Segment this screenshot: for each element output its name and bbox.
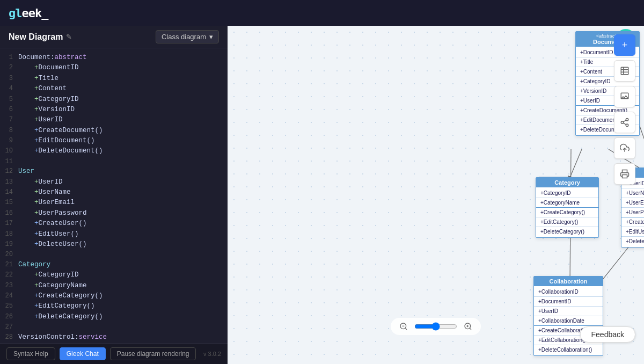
code-line: 1 Document:abstract (0, 53, 228, 63)
code-line: 22 +CategoryID (0, 270, 228, 280)
editor-footer: Syntax Help Gleek Chat Pause diagram ren… (0, 343, 228, 364)
svg-point-16 (621, 121, 624, 124)
svg-rect-21 (623, 175, 627, 178)
code-line: 21 Category (0, 260, 228, 270)
editor-topbar: New Diagram ✎ Class diagram ▾ (0, 26, 228, 48)
code-line: 26 +DeleteCategory() (0, 312, 228, 322)
code-line: 10 +DeleteDocument() (0, 146, 228, 156)
share-icon[interactable] (614, 112, 635, 133)
gleek-chat-button[interactable]: Gleek Chat (60, 347, 106, 360)
code-line: 2 +DocumentID (0, 63, 228, 73)
code-line: 16 +UserPassword (0, 208, 228, 219)
image-export-icon[interactable] (614, 86, 635, 107)
zoom-slider[interactable] (414, 322, 457, 331)
syntax-help-button[interactable]: Syntax Help (6, 347, 55, 360)
code-editor[interactable]: 1 Document:abstract 2 +DocumentID 3 +Tit… (0, 48, 228, 343)
svg-line-26 (470, 328, 471, 330)
feedback-button[interactable]: Feedback (580, 326, 635, 343)
diagram-panel: t (228, 26, 644, 364)
code-line: 28 VersionControl:service (0, 332, 228, 343)
editor-panel: New Diagram ✎ Class diagram ▾ 1 Document… (0, 26, 228, 364)
code-line: 15 +UserEmail (0, 198, 228, 208)
svg-line-19 (623, 120, 626, 122)
code-line: 5 +CategoryID (0, 94, 228, 105)
svg-rect-10 (621, 67, 628, 75)
code-line: 11 (0, 157, 228, 167)
diagram-title: New Diagram (9, 32, 63, 42)
code-line: 7 +UserID (0, 115, 228, 125)
code-line: 9 +EditDocument() (0, 136, 228, 146)
zoom-out-button[interactable] (397, 320, 410, 333)
version-text: v 3.0.2 (203, 351, 221, 357)
svg-line-18 (623, 123, 626, 125)
chevron-down-icon: ▾ (209, 33, 213, 41)
code-line: 4 +Content (0, 84, 228, 94)
code-line: 17 +CreateUser() (0, 219, 228, 229)
svg-line-0 (569, 149, 582, 179)
code-line: 23 +CategoryName (0, 281, 228, 291)
uml-node-category[interactable]: Category +CategoryID +CategoryName +Crea… (536, 177, 599, 238)
code-line: 6 +VersionID (0, 105, 228, 115)
code-line: 19 +DeleteUser() (0, 239, 228, 250)
app-logo: gleek_ (9, 6, 48, 20)
code-line: 27 (0, 322, 228, 332)
code-line: 20 (0, 250, 228, 260)
svg-line-23 (405, 328, 407, 330)
svg-point-17 (626, 124, 628, 127)
add-button[interactable]: + (614, 34, 635, 56)
code-line: 18 +EditUser() (0, 229, 228, 239)
code-line: 13 +UserID (0, 177, 228, 187)
svg-point-15 (626, 119, 628, 121)
code-line: 25 +EditCategory() (0, 301, 228, 311)
diagram-type-select[interactable]: Class diagram ▾ (156, 30, 219, 43)
code-line: 3 +Title (0, 74, 228, 84)
code-line: 24 +CreateCategory() (0, 291, 228, 301)
code-line: 12 User (0, 166, 228, 177)
pause-rendering-button[interactable]: Pause diagram rendering (110, 347, 196, 360)
code-line: 8 +CreateDocument() (0, 126, 228, 136)
uml-node-collaboration[interactable]: Collaboration +CollaborationID +Document… (533, 276, 603, 356)
app-header: gleek_ (0, 0, 644, 26)
zoom-controls (391, 318, 481, 335)
table-icon[interactable] (614, 60, 635, 82)
code-line: 14 +UserName (0, 187, 228, 198)
print-icon[interactable] (614, 163, 635, 185)
main-area: New Diagram ✎ Class diagram ▾ 1 Document… (0, 26, 644, 364)
edit-icon[interactable]: ✎ (66, 33, 72, 41)
zoom-in-button[interactable] (462, 320, 474, 333)
cloud-upload-icon[interactable] (614, 137, 635, 159)
toolbar-right: + (614, 34, 635, 185)
